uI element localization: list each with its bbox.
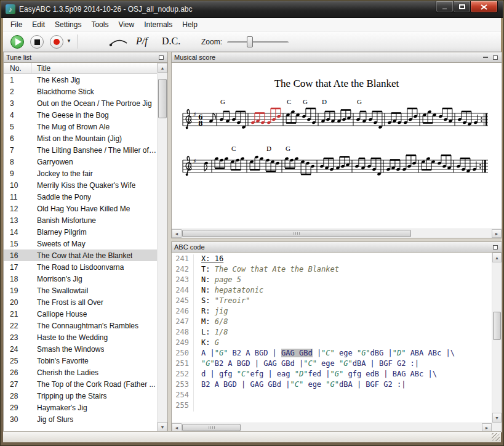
abc-code-line[interactable]: 247M: 6/8	[172, 317, 492, 328]
scroll-down-button[interactable]: ▼	[158, 422, 167, 432]
score-hscroll-thumb[interactable]	[182, 230, 411, 237]
dynamics-toggle[interactable]: P/f	[136, 36, 148, 47]
minimize-button[interactable]	[436, 1, 454, 13]
zoom-slider[interactable]	[227, 36, 289, 47]
abc-editor[interactable]: 241X: 16242T: The Cow that Ate the Blank…	[172, 253, 492, 423]
score-hscrollbar[interactable]: ◄ ►	[172, 229, 502, 238]
scroll-right-button[interactable]: ►	[482, 423, 492, 432]
column-header-title[interactable]: Title	[32, 63, 50, 73]
tune-row[interactable]: 16The Cow that Ate the Blanket	[4, 249, 157, 261]
tune-row[interactable]: 22The Connaughtman's Rambles	[4, 320, 157, 331]
tune-row[interactable]: 19The Swallowtail	[4, 285, 157, 296]
tune-row[interactable]: 26Cherish the Ladies	[4, 367, 157, 378]
tune-row[interactable]: 23Haste to the Wedding	[4, 331, 157, 343]
score-system[interactable]: ♯CDG	[182, 143, 489, 182]
abc-code-line[interactable]: 243N: page 5	[172, 275, 492, 286]
tune-row[interactable]: 3Out on the Ocean / The Portroe Jig	[4, 97, 157, 109]
tune-row[interactable]: 5The Mug of Brown Ale	[4, 121, 157, 132]
tune-row[interactable]: 1The Kesh Jig	[4, 74, 157, 86]
statusbar	[3, 431, 501, 442]
resize-grip[interactable]	[492, 433, 500, 441]
menu-help[interactable]: Help	[177, 18, 202, 31]
abc-code-line[interactable]: 245S: "Treoir"	[172, 296, 492, 307]
tune-row[interactable]: 9Jockey to the fair	[4, 168, 157, 179]
tune-row[interactable]: 21Calliope House	[4, 308, 157, 320]
tune-row[interactable]: 11Saddle the Pony	[4, 191, 157, 203]
tune-row[interactable]: 17The Road to Lisdoonvarna	[4, 261, 157, 273]
tune-row[interactable]: 25Tobin's Favorite	[4, 355, 157, 367]
tune-row-title: The Swallowtail	[32, 286, 88, 295]
dacapo-toggle[interactable]: D.C.	[162, 36, 180, 47]
tune-row[interactable]: 2Blackthorne Stick	[4, 86, 157, 97]
menu-internals[interactable]: Internals	[139, 18, 177, 31]
treble-clef-icon	[186, 110, 191, 128]
tune-row[interactable]: 8Garryowen	[4, 156, 157, 168]
code-text: S: "Treoir"	[194, 296, 250, 307]
pane-maximize-button[interactable]	[491, 54, 499, 62]
scroll-down-button[interactable]: ▼	[492, 413, 502, 423]
abc-code-line[interactable]: 241X: 16	[172, 254, 492, 265]
abc-hscroll-thumb[interactable]	[182, 424, 241, 431]
abc-vscroll-thumb[interactable]	[493, 312, 501, 340]
tune-list-vscrollbar[interactable]: ▲ ▼	[157, 63, 167, 432]
treble-clef-icon	[186, 156, 191, 174]
menu-file[interactable]: File	[6, 18, 27, 31]
tune-row[interactable]: 6Mist on the Mountain (Jig)	[4, 132, 157, 144]
abc-hscrollbar[interactable]: ◄ ►	[172, 423, 492, 432]
zoom-slider-thumb[interactable]	[247, 36, 253, 47]
menu-settings[interactable]: Settings	[50, 18, 86, 31]
line-number: 253	[172, 380, 194, 391]
tune-row[interactable]: 27The Top of the Cork Road (Father ...	[4, 378, 157, 390]
record-button[interactable]	[49, 34, 65, 50]
scroll-left-button[interactable]: ◄	[172, 423, 182, 432]
tune-row[interactable]: 30Jig of Slurs	[4, 413, 157, 425]
column-header-no[interactable]: No.	[4, 63, 32, 73]
menu-tools[interactable]: Tools	[86, 18, 113, 31]
titlebar[interactable]: ♪ EasyABC 1.3.5p09 2014-10-26 - OSJ_all_…	[1, 1, 503, 18]
score-system[interactable]: ♯68GCGDG	[182, 96, 489, 136]
abc-code-line[interactable]: 248L: 1/8	[172, 328, 492, 338]
tune-row[interactable]: 10Merrily Kiss the Quaker's Wife	[4, 179, 157, 191]
close-button[interactable]	[470, 1, 498, 13]
scroll-up-button[interactable]: ▲	[158, 63, 167, 73]
line-number: 250	[172, 349, 194, 359]
abc-code-line[interactable]: 254	[172, 391, 492, 401]
abc-code-line[interactable]: 244N: hepatatonic	[172, 286, 492, 296]
tune-row[interactable]: 7The Lilting Banshee / The Miller of ...	[4, 144, 157, 156]
tune-row[interactable]: 13Banish Misfortune	[4, 214, 157, 226]
abc-code-line[interactable]: 253B2 A BGD | GAG GBd |"C" ege "G"dBA | …	[172, 380, 492, 391]
pane-minimize-button[interactable]	[481, 54, 489, 62]
tune-row[interactable]: 12Old Hag You Have Killed Me	[4, 203, 157, 214]
abc-code-line[interactable]: 246R: jig	[172, 307, 492, 317]
tune-row[interactable]: 24Smash the Windows	[4, 343, 157, 355]
tune-list-vscroll-thumb[interactable]	[158, 79, 167, 118]
menu-edit[interactable]: Edit	[27, 18, 50, 31]
tune-row[interactable]: 20The Frost is all Over	[4, 296, 157, 308]
score-canvas[interactable]: The Cow that Ate the Blanket ♯68GCGDG♯CD…	[172, 63, 502, 229]
abc-code-line[interactable]: 250A |"G" B2 A BGD | GAG GBd |"C" ege "G…	[172, 349, 492, 359]
follow-score-button[interactable]	[106, 34, 130, 50]
abc-vscrollbar[interactable]: ▲ ▼	[492, 253, 502, 423]
tune-row-no: 15	[4, 240, 32, 248]
scroll-left-button[interactable]: ◄	[172, 229, 182, 238]
tune-row[interactable]: 18Morrison's Jig	[4, 273, 157, 285]
abc-code-line[interactable]: 242T: The Cow that Ate the Blanket	[172, 265, 492, 275]
abc-code-line[interactable]: 255	[172, 401, 492, 412]
record-dropdown-button[interactable]: ▼	[66, 38, 71, 44]
pane-maximize-button[interactable]	[157, 54, 165, 62]
tune-row[interactable]: 14Blarney Pilgrim	[4, 226, 157, 238]
abc-code-line[interactable]: 251"G"B2 A BGD | GAG GBd |"C" ege "G"dBA…	[172, 359, 492, 370]
tune-row[interactable]: 29Haymaker's Jig	[4, 402, 157, 413]
menu-view[interactable]: View	[113, 18, 139, 31]
stop-button[interactable]	[29, 34, 45, 50]
abc-code-line[interactable]: 249K: G	[172, 338, 492, 349]
maximize-button[interactable]	[453, 1, 471, 13]
pane-maximize-button[interactable]	[491, 243, 499, 251]
scroll-up-button[interactable]: ▲	[492, 253, 502, 262]
play-button[interactable]	[9, 34, 25, 50]
abc-code-line[interactable]: 252d | gfg "C"efg | eag "D"fed |"G" gfg …	[172, 370, 492, 380]
tune-row[interactable]: 4The Geese in the Bog	[4, 109, 157, 121]
scroll-right-button[interactable]: ►	[492, 229, 502, 238]
tune-row[interactable]: 15Sweets of May	[4, 238, 157, 249]
tune-row[interactable]: 28Tripping up the Stairs	[4, 390, 157, 402]
